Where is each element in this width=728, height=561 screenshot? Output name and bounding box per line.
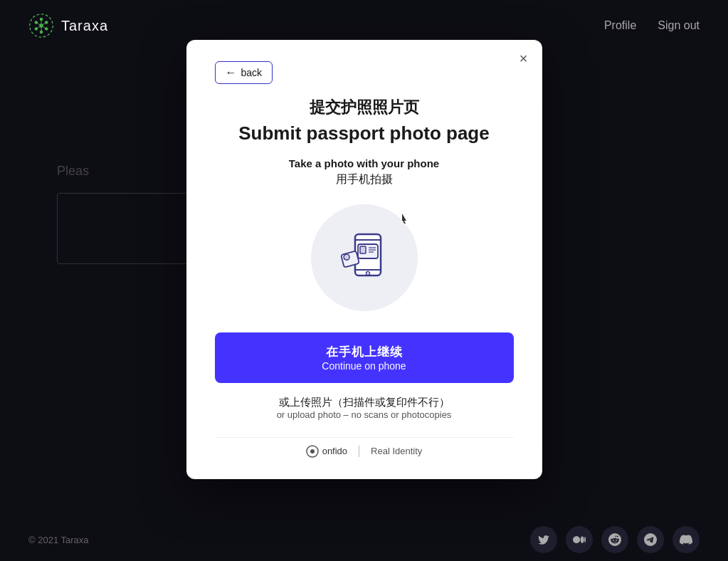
social-icons <box>530 526 700 553</box>
back-arrow-icon: ← <box>226 66 237 79</box>
copyright-text: © 2021 Taraxa <box>28 535 89 545</box>
onfido-logo: onfido <box>306 445 347 458</box>
twitter-icon[interactable] <box>530 526 557 553</box>
close-button[interactable]: × <box>519 51 528 65</box>
back-button[interactable]: ← back <box>215 61 273 84</box>
illustration-circle <box>311 204 418 311</box>
upload-option[interactable]: 或上传照片（扫描件或复印件不行） or upload photo – no sc… <box>215 396 514 420</box>
medium-icon[interactable] <box>566 526 593 553</box>
onfido-logo-icon <box>306 445 319 458</box>
phone-passport-icon <box>332 226 396 290</box>
subtitle-english: Take a photo with your phone <box>215 157 514 169</box>
modal-overlay: × ← back 提交护照照片页 Submit passport photo p… <box>0 0 728 518</box>
modal-title-english: Submit passport photo page <box>215 122 514 145</box>
upload-en-text: or upload photo – no scans or photocopie… <box>215 409 514 420</box>
back-label: back <box>241 67 263 78</box>
page-footer: © 2021 Taraxa <box>0 518 728 561</box>
onfido-footer: onfido Real Identity <box>215 437 514 458</box>
subtitle-chinese: 用手机拍摄 <box>215 172 514 187</box>
continue-cn-label: 在手机上继续 <box>226 344 502 360</box>
continue-on-phone-button[interactable]: 在手机上继续 Continue on phone <box>215 332 514 383</box>
svg-point-26 <box>310 449 315 453</box>
onfido-divider <box>359 446 359 457</box>
modal: × ← back 提交护照照片页 Submit passport photo p… <box>186 40 542 479</box>
discord-icon[interactable] <box>672 526 700 553</box>
illustration-area <box>215 204 514 311</box>
modal-title-chinese: 提交护照照片页 <box>215 97 514 118</box>
telegram-icon[interactable] <box>637 526 664 553</box>
upload-cn-text: 或上传照片（扫描件或复印件不行） <box>215 396 514 409</box>
reddit-icon[interactable] <box>601 526 628 553</box>
svg-rect-19 <box>360 246 366 253</box>
continue-en-label: Continue on phone <box>226 360 502 372</box>
real-identity-text: Real Identity <box>371 446 422 456</box>
